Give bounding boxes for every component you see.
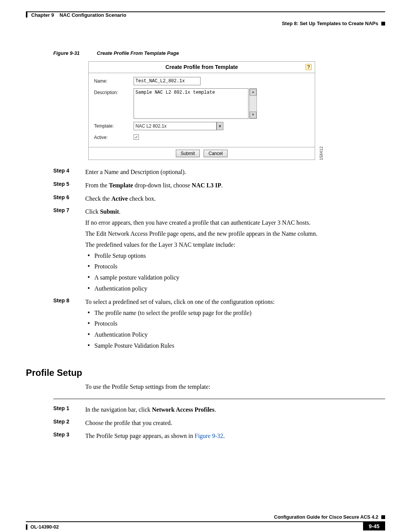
bullet-list: Profile Setup options Protocols A sample… <box>85 251 385 294</box>
row-template: Template: NAC L2 802.1x ▼ <box>94 122 309 130</box>
step-1: Step 1 In the navigation bar, click Netw… <box>26 405 385 416</box>
step-text: From the Template drop-down list, choose… <box>85 181 385 190</box>
footer-docnum-text: OL-14390-02 <box>30 524 59 530</box>
cross-reference-link[interactable]: Figure 9-32 <box>194 433 223 439</box>
footer-square-icon <box>381 515 385 519</box>
step-label: Step 2 <box>26 419 85 425</box>
step-text: If no error appears, then you have creat… <box>85 218 385 228</box>
template-select-value: NAC L2 802.1x <box>134 122 217 130</box>
chapter-title: NAC Configuration Scenario <box>59 12 126 18</box>
figure-id-vertical: 158412 <box>319 146 323 160</box>
step-6: Step 6 Check the Active check box. <box>26 194 385 205</box>
steps-block-a: Step 4 Enter a Name and Description (opt… <box>26 168 385 352</box>
panel-title: Create Profile from Template <box>166 64 238 70</box>
step-text: Check the Active check box. <box>85 194 385 204</box>
step-body: To select a predefined set of values, cl… <box>85 297 385 352</box>
step-label: Step 1 <box>26 405 85 411</box>
footer-guide-row: Configuration Guide for Cisco Secure ACS… <box>274 514 385 520</box>
list-item: A sample posture validation policy <box>94 273 385 283</box>
list-item: Protocols <box>94 262 385 272</box>
panel-title-bar: Create Profile from Template ? <box>89 62 315 73</box>
header-square-icon <box>381 22 385 26</box>
step-text: The Edit Network Access Profile page ope… <box>85 229 385 239</box>
page-footer: Configuration Guide for Cisco Secure ACS… <box>26 521 385 522</box>
step-body: Check the Active check box. <box>85 194 385 205</box>
header-chapter: Chapter 9 NAC Configuration Scenario <box>31 12 126 18</box>
footer-rule: OL-14390-02 9-45 <box>26 521 385 522</box>
label-active: Active: <box>94 133 134 140</box>
page-number: 9-45 <box>369 523 379 529</box>
scroll-down-icon[interactable]: ▼ <box>250 112 256 118</box>
step-label: Step 5 <box>26 181 85 187</box>
step-body: Enter a Name and Description (optional). <box>85 168 385 179</box>
step-body: Choose the profile that you created. <box>85 419 385 430</box>
list-item: Authentication Policy <box>94 330 385 340</box>
step-body: The Profile Setup page appears, as shown… <box>85 431 385 443</box>
step-text: The Profile Setup page appears, as shown… <box>85 431 385 441</box>
page: Chapter 9 NAC Configuration Scenario Ste… <box>0 0 411 532</box>
panel-body: Name: Description: Sample NAC L2 802.1x … <box>89 73 315 147</box>
step-body: From the Template drop-down list, choose… <box>85 181 385 192</box>
step-2: Step 2 Choose the profile that you creat… <box>26 419 385 430</box>
step-5: Step 5 From the Template drop-down list,… <box>26 181 385 192</box>
header-accent-bar <box>26 12 27 18</box>
row-description: Description: Sample NAC L2 802.1x templa… <box>94 88 309 119</box>
step-7: Step 7 Click Submit. If no error appears… <box>26 207 385 295</box>
figure-title: Create Profile From Template Page <box>97 50 179 56</box>
step-label: Step 6 <box>26 194 85 200</box>
description-input[interactable]: Sample NAC L2 802.1x template <box>134 88 249 119</box>
create-profile-panel: Create Profile from Template ? Name: Des… <box>88 61 315 160</box>
step-text: Enter a Name and Description (optional). <box>85 168 385 177</box>
panel-footer: Submit Cancel <box>89 147 315 160</box>
list-item: Sample Posture Validation Rules <box>94 341 385 351</box>
step-text: In the navigation bar, click Network Acc… <box>85 405 385 415</box>
page-number-badge: 9-45 <box>363 522 385 530</box>
list-item: Protocols <box>94 319 385 329</box>
active-checkbox[interactable]: ✓ <box>134 134 139 140</box>
section-heading: Profile Setup <box>26 367 385 378</box>
header-step-text: Step 8: Set Up Templates to Create NAPs <box>282 21 378 26</box>
template-select[interactable]: NAC L2 802.1x ▼ <box>134 122 223 130</box>
chapter-number: Chapter 9 <box>31 12 54 18</box>
running-header: Chapter 9 NAC Configuration Scenario Ste… <box>26 11 385 24</box>
step-label: Step 4 <box>26 168 85 174</box>
cancel-button[interactable]: Cancel <box>204 150 228 157</box>
chevron-down-icon[interactable]: ▼ <box>217 122 223 130</box>
steps-block-b: Step 1 In the navigation bar, click Netw… <box>26 405 385 443</box>
label-description: Description: <box>94 88 134 95</box>
footer-docnum: OL-14390-02 <box>26 524 59 530</box>
list-item: The profile name (to select the profile … <box>94 308 385 318</box>
footer-guide-title: Configuration Guide for Cisco Secure ACS… <box>274 514 378 520</box>
label-template: Template: <box>94 122 134 129</box>
step-8: Step 8 To select a predefined set of val… <box>26 297 385 352</box>
label-name: Name: <box>94 77 134 84</box>
step-label: Step 7 <box>26 207 85 213</box>
figure-label: Figure 9-31 <box>53 50 80 56</box>
step-body: In the navigation bar, click Network Acc… <box>85 405 385 416</box>
help-icon[interactable]: ? <box>306 64 312 70</box>
figure-screenshot: Create Profile from Template ? Name: Des… <box>88 61 315 160</box>
figure-caption: Figure 9-31 Create Profile From Template… <box>53 50 385 56</box>
list-item: Profile Setup options <box>94 251 385 261</box>
step-text: Choose the profile that you created. <box>85 419 385 428</box>
header-step: Step 8: Set Up Templates to Create NAPs <box>282 21 385 26</box>
bullet-list: The profile name (to select the profile … <box>85 308 385 351</box>
scroll-up-icon[interactable]: ▲ <box>250 89 256 96</box>
textarea-scrollbar[interactable]: ▲ ▼ <box>249 88 257 119</box>
description-wrap: Sample NAC L2 802.1x template ▲ ▼ <box>134 88 257 119</box>
submit-button[interactable]: Submit <box>176 150 200 157</box>
list-item: Authentication policy <box>94 284 385 294</box>
name-input[interactable] <box>134 77 201 85</box>
footer-accent-bar <box>26 524 27 530</box>
step-body: Click Submit. If no error appears, then … <box>85 207 385 295</box>
scroll-track[interactable] <box>250 96 256 112</box>
step-label: Step 3 <box>26 431 85 438</box>
row-active: Active: ✓ <box>94 133 309 140</box>
step-text: To select a predefined set of values, cl… <box>85 297 385 307</box>
section-lead: To use the Profile Setup settings from t… <box>85 383 385 390</box>
step-3: Step 3 The Profile Setup page appears, a… <box>26 431 385 443</box>
step-text: The predefined values for the Layer 3 NA… <box>85 240 385 250</box>
row-name: Name: <box>94 77 309 85</box>
divider <box>53 399 385 399</box>
step-label: Step 8 <box>26 297 85 304</box>
